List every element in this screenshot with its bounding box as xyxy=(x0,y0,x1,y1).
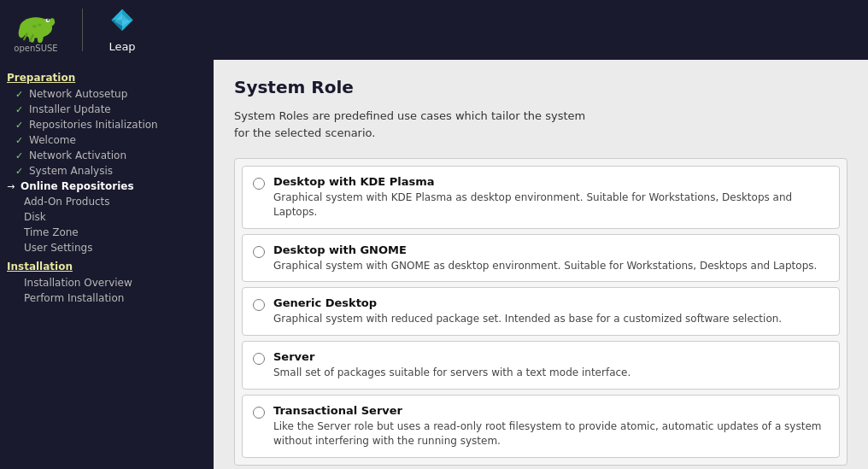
option-kde-title: Desktop with KDE Plasma xyxy=(273,175,829,188)
check-icon: ✓ xyxy=(15,89,26,100)
sidebar-item-label: Add-On Products xyxy=(24,196,110,208)
option-generic-title: Generic Desktop xyxy=(273,296,782,309)
sidebar-item-installer-update[interactable]: ✓ Installer Update xyxy=(0,102,214,117)
svg-point-9 xyxy=(32,25,37,27)
option-gnome-desc: Graphical system with GNOME as desktop e… xyxy=(273,259,817,273)
sidebar-item-label: Installer Update xyxy=(29,103,111,115)
sidebar-item-label: Perform Installation xyxy=(24,292,124,304)
option-gnome-title: Desktop with GNOME xyxy=(273,243,817,256)
sidebar-item-label: Welcome xyxy=(29,134,76,146)
sidebar-item-label: Time Zone xyxy=(24,226,79,238)
check-icon: ✓ xyxy=(15,166,26,177)
sidebar-item-label: Installation Overview xyxy=(24,277,132,289)
svg-point-8 xyxy=(47,19,49,21)
leap-logo: Leap xyxy=(107,8,138,53)
option-server[interactable]: Server Small set of packages suitable fo… xyxy=(242,341,840,390)
sidebar-item-perform-installation[interactable]: Perform Installation xyxy=(0,290,214,306)
sidebar-section-preparation: Preparation xyxy=(0,67,214,86)
option-kde-desc: Graphical system with KDE Plasma as desk… xyxy=(273,191,829,220)
sidebar-item-label: Disk xyxy=(24,211,46,223)
svg-point-10 xyxy=(38,23,41,26)
sidebar-item-welcome[interactable]: ✓ Welcome xyxy=(0,132,214,148)
sidebar-item-label: Network Autosetup xyxy=(29,88,127,100)
sidebar-item-label: System Analysis xyxy=(29,165,113,177)
option-generic-desc: Graphical system with reduced package se… xyxy=(273,312,782,326)
check-icon: ✓ xyxy=(15,120,26,131)
option-transactional-title: Transactional Server xyxy=(273,404,829,417)
content-area: System Role System Roles are predefined … xyxy=(214,60,868,469)
option-gnome-content: Desktop with GNOME Graphical system with… xyxy=(273,243,817,273)
option-generic-desktop[interactable]: Generic Desktop Graphical system with re… xyxy=(242,287,840,336)
page-title: System Role xyxy=(234,77,847,97)
check-icon: ✓ xyxy=(15,135,26,146)
option-generic-content: Generic Desktop Graphical system with re… xyxy=(273,296,782,326)
sidebar-item-online-repositories[interactable]: → Online Repositories xyxy=(0,179,214,194)
radio-kde-plasma[interactable] xyxy=(253,178,265,190)
main-content: Preparation ✓ Network Autosetup ✓ Instal… xyxy=(0,60,868,469)
check-icon: ✓ xyxy=(15,104,26,115)
sidebar-section-installation: Installation xyxy=(0,255,214,275)
sidebar-item-network-autosetup[interactable]: ✓ Network Autosetup xyxy=(0,86,214,102)
page-description: System Roles are predefined use cases wh… xyxy=(234,108,847,141)
leap-label: Leap xyxy=(108,40,135,53)
option-transactional-content: Transactional Server Like the Server rol… xyxy=(273,404,829,448)
sidebar-item-user-settings[interactable]: User Settings xyxy=(0,240,214,255)
option-kde-plasma[interactable]: Desktop with KDE Plasma Graphical system… xyxy=(242,166,840,229)
option-gnome[interactable]: Desktop with GNOME Graphical system with… xyxy=(242,234,840,283)
sidebar-item-network-activation[interactable]: ✓ Network Activation xyxy=(0,148,214,163)
option-server-content: Server Small set of packages suitable fo… xyxy=(273,350,630,380)
radio-server[interactable] xyxy=(253,353,265,365)
radio-gnome[interactable] xyxy=(253,246,265,258)
arrow-icon: → xyxy=(7,181,17,192)
radio-generic-desktop[interactable] xyxy=(253,299,265,311)
sidebar-item-add-on-products[interactable]: Add-On Products xyxy=(0,194,214,209)
check-icon: ✓ xyxy=(15,150,26,161)
leap-diamond-icon xyxy=(107,8,138,38)
sidebar-item-installation-overview[interactable]: Installation Overview xyxy=(0,275,214,290)
sidebar-item-label: User Settings xyxy=(24,242,92,254)
option-server-title: Server xyxy=(273,350,630,363)
top-bar: openSUSE Leap xyxy=(0,0,868,60)
sidebar-item-disk[interactable]: Disk xyxy=(0,209,214,225)
sidebar-item-system-analysis[interactable]: ✓ System Analysis xyxy=(0,163,214,179)
options-container: Desktop with KDE Plasma Graphical system… xyxy=(234,158,847,466)
option-kde-content: Desktop with KDE Plasma Graphical system… xyxy=(273,175,829,220)
option-transactional-server[interactable]: Transactional Server Like the Server rol… xyxy=(242,395,840,458)
sidebar-item-label: Network Activation xyxy=(29,149,126,161)
radio-transactional-server[interactable] xyxy=(253,407,265,419)
sidebar-item-label: Online Repositories xyxy=(21,180,134,192)
sidebar-item-time-zone[interactable]: Time Zone xyxy=(0,225,214,240)
logo-divider xyxy=(82,9,83,51)
svg-point-2 xyxy=(50,18,54,22)
sidebar: Preparation ✓ Network Autosetup ✓ Instal… xyxy=(0,60,214,469)
sidebar-item-repositories-init[interactable]: ✓ Repositories Initialization xyxy=(0,117,214,132)
opensuse-chameleon-icon xyxy=(14,7,58,43)
opensuse-label: openSUSE xyxy=(14,44,57,53)
option-server-desc: Small set of packages suitable for serve… xyxy=(273,366,630,380)
option-transactional-desc: Like the Server role but uses a read-onl… xyxy=(273,419,829,448)
sidebar-item-label: Repositories Initialization xyxy=(29,119,158,131)
opensuse-logo: openSUSE xyxy=(14,7,58,53)
